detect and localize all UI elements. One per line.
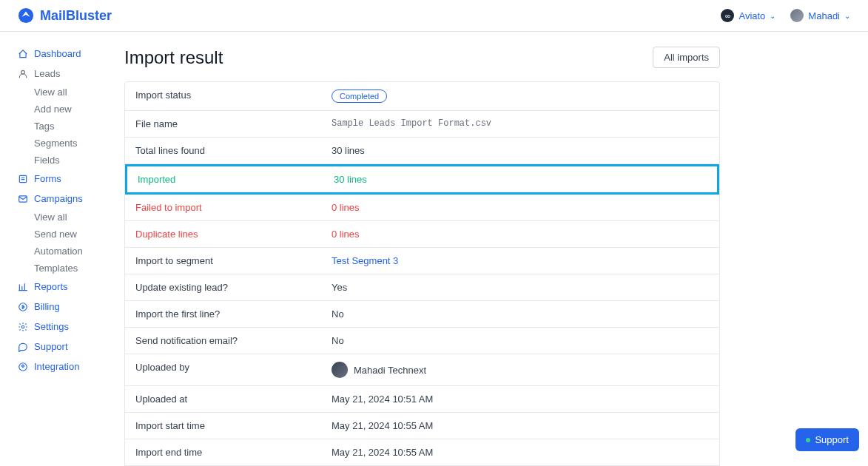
user-menu[interactable]: Mahadi ⌄ bbox=[790, 9, 850, 22]
status-badge: Completed bbox=[332, 90, 387, 103]
row-segment: Import to segment Test Segment 3 bbox=[125, 248, 719, 274]
row-value: Completed bbox=[321, 82, 719, 110]
main-content: Import result All imports Import status … bbox=[118, 32, 868, 466]
row-label: Failed to import bbox=[125, 195, 321, 220]
import-info-table: Import status Completed File name Sample… bbox=[124, 81, 720, 466]
uploader-name: Mahadi Technext bbox=[354, 365, 426, 376]
sidebar-item-settings[interactable]: Settings bbox=[18, 317, 118, 337]
row-import-status: Import status Completed bbox=[125, 82, 719, 111]
svg-point-5 bbox=[21, 325, 24, 328]
status-dot-icon bbox=[806, 438, 810, 442]
sidebar-item-label: Settings bbox=[34, 321, 69, 332]
row-label: Uploaded at bbox=[125, 386, 321, 412]
sidebar-item-label: Dashboard bbox=[34, 48, 81, 59]
support-widget[interactable]: Support bbox=[795, 428, 859, 451]
page-title: Import result bbox=[124, 47, 223, 68]
row-value: 0 lines bbox=[321, 195, 719, 220]
sidebar-item-integration[interactable]: Integration bbox=[18, 357, 118, 376]
leads-subitems: View all Add new Tags Segments Fields bbox=[18, 84, 118, 169]
row-label: Import to segment bbox=[125, 248, 321, 274]
user-name: Mahadi bbox=[808, 10, 840, 21]
workspace-menu[interactable]: Aviato ⌄ bbox=[721, 9, 776, 22]
segment-link[interactable]: Test Segment 3 bbox=[332, 255, 398, 266]
row-value: May 21, 2024 10:51 AM bbox=[321, 386, 719, 412]
sidebar-item-reports[interactable]: Reports bbox=[18, 277, 118, 297]
sidebar-item-label: Integration bbox=[34, 361, 79, 372]
row-uploaded-by: Uploaded by Mahadi Technext bbox=[125, 354, 719, 386]
integration-icon bbox=[18, 362, 28, 372]
sidebar-sub-templates[interactable]: Templates bbox=[34, 260, 118, 277]
row-label: File name bbox=[125, 111, 321, 137]
sidebar-sub-tags[interactable]: Tags bbox=[34, 118, 118, 135]
row-label: Imported bbox=[127, 166, 323, 192]
uploader-avatar bbox=[332, 362, 348, 378]
row-value: No bbox=[321, 328, 719, 354]
sidebar-item-dashboard[interactable]: Dashboard bbox=[18, 44, 118, 64]
logo-text: MailBluster bbox=[40, 8, 112, 24]
campaigns-subitems: View all Send new Automation Templates bbox=[18, 209, 118, 277]
sidebar-item-support[interactable]: Support bbox=[18, 337, 118, 357]
gear-icon bbox=[18, 322, 28, 332]
sidebar-item-campaigns[interactable]: Campaigns bbox=[18, 189, 118, 209]
sidebar-item-label: Campaigns bbox=[34, 193, 83, 204]
app-header: MailBluster Aviato ⌄ Mahadi ⌄ bbox=[0, 0, 868, 32]
svg-point-1 bbox=[21, 70, 25, 74]
row-value: No bbox=[321, 301, 719, 327]
row-label: Import the first line? bbox=[125, 301, 321, 327]
sidebar: Dashboard Leads View all Add new Tags Se… bbox=[0, 32, 118, 466]
row-value: Mahadi Technext bbox=[321, 354, 719, 385]
row-uploaded-at: Uploaded at May 21, 2024 10:51 AM bbox=[125, 386, 719, 413]
row-value: Sample Leads Import Format.csv bbox=[321, 111, 719, 137]
row-value: 30 lines bbox=[323, 166, 717, 192]
row-value: May 21, 2024 10:55 AM bbox=[321, 439, 719, 465]
sidebar-item-label: Leads bbox=[34, 68, 60, 79]
home-icon bbox=[18, 49, 28, 59]
row-email: Send notification email? No bbox=[125, 328, 719, 354]
row-label: Send notification email? bbox=[125, 328, 321, 354]
row-value: Yes bbox=[321, 274, 719, 300]
sidebar-sub-fields[interactable]: Fields bbox=[34, 152, 118, 169]
user-icon bbox=[18, 69, 28, 79]
sidebar-sub-automation[interactable]: Automation bbox=[34, 243, 118, 260]
sidebar-item-forms[interactable]: Forms bbox=[18, 169, 118, 189]
sidebar-item-label: Reports bbox=[34, 281, 68, 292]
svg-point-0 bbox=[18, 8, 33, 23]
workspace-avatar bbox=[721, 9, 734, 22]
mail-icon bbox=[18, 194, 28, 204]
sidebar-sub-add-new[interactable]: Add new bbox=[34, 101, 118, 118]
sidebar-sub-view-all[interactable]: View all bbox=[34, 209, 118, 226]
row-start: Import start time May 21, 2024 10:55 AM bbox=[125, 413, 719, 439]
chart-icon bbox=[18, 282, 28, 292]
row-label: Total lines found bbox=[125, 138, 321, 163]
sidebar-item-label: Support bbox=[34, 341, 68, 352]
row-file-name: File name Sample Leads Import Format.csv bbox=[125, 111, 719, 138]
user-avatar bbox=[790, 9, 804, 22]
row-first-line: Import the first line? No bbox=[125, 301, 719, 328]
row-label: Import end time bbox=[125, 439, 321, 465]
all-imports-button[interactable]: All imports bbox=[653, 47, 720, 68]
page-header: Import result All imports bbox=[124, 47, 720, 68]
logo[interactable]: MailBluster bbox=[18, 7, 112, 24]
sidebar-item-billing[interactable]: Billing bbox=[18, 297, 118, 317]
row-value: 30 lines bbox=[321, 138, 719, 163]
support-label: Support bbox=[815, 434, 849, 445]
row-value: 0 lines bbox=[321, 221, 719, 247]
sidebar-item-label: Billing bbox=[34, 301, 60, 312]
row-update: Update existing lead? Yes bbox=[125, 274, 719, 301]
sidebar-item-label: Forms bbox=[34, 173, 61, 184]
chat-icon bbox=[18, 342, 28, 352]
row-failed: Failed to import 0 lines bbox=[125, 195, 719, 221]
sidebar-item-leads[interactable]: Leads bbox=[18, 64, 118, 84]
sidebar-sub-send-new[interactable]: Send new bbox=[34, 226, 118, 243]
row-total-lines: Total lines found 30 lines bbox=[125, 138, 719, 164]
header-right: Aviato ⌄ Mahadi ⌄ bbox=[721, 9, 850, 22]
sidebar-sub-view-all[interactable]: View all bbox=[34, 84, 118, 101]
chevron-down-icon: ⌄ bbox=[770, 12, 776, 20]
dollar-icon bbox=[18, 302, 28, 312]
chevron-down-icon: ⌄ bbox=[844, 12, 850, 20]
logo-icon bbox=[18, 7, 34, 24]
row-value: Test Segment 3 bbox=[321, 248, 719, 274]
row-label: Import start time bbox=[125, 413, 321, 439]
row-imported: Imported 30 lines bbox=[125, 164, 719, 195]
sidebar-sub-segments[interactable]: Segments bbox=[34, 135, 118, 152]
